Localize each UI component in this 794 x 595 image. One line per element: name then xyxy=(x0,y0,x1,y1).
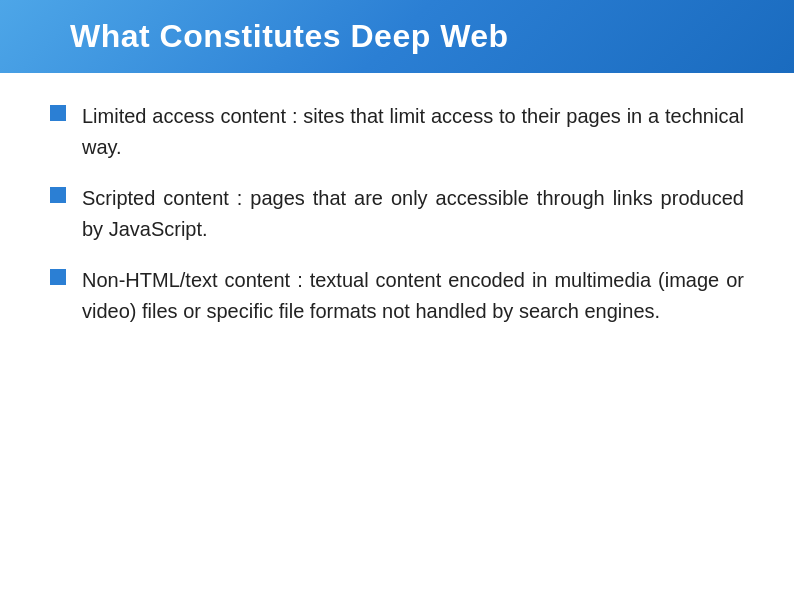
slide-header: What Constitutes Deep Web xyxy=(0,0,794,73)
bullet-square-3 xyxy=(50,269,66,285)
bullet-text-2: Scripted content : pages that are only a… xyxy=(82,183,744,245)
bullet-text-3: Non-HTML/text content : textual content … xyxy=(82,265,744,327)
bullet-item-1: Limited access content : sites that limi… xyxy=(50,101,744,163)
slide-content: Limited access content : sites that limi… xyxy=(0,73,794,595)
slide-title: What Constitutes Deep Web xyxy=(70,18,509,55)
bullet-text-1: Limited access content : sites that limi… xyxy=(82,101,744,163)
bullet-square-2 xyxy=(50,187,66,203)
bullet-item-3: Non-HTML/text content : textual content … xyxy=(50,265,744,327)
bullet-square-1 xyxy=(50,105,66,121)
slide: What Constitutes Deep Web Limited access… xyxy=(0,0,794,595)
bullet-item-2: Scripted content : pages that are only a… xyxy=(50,183,744,245)
